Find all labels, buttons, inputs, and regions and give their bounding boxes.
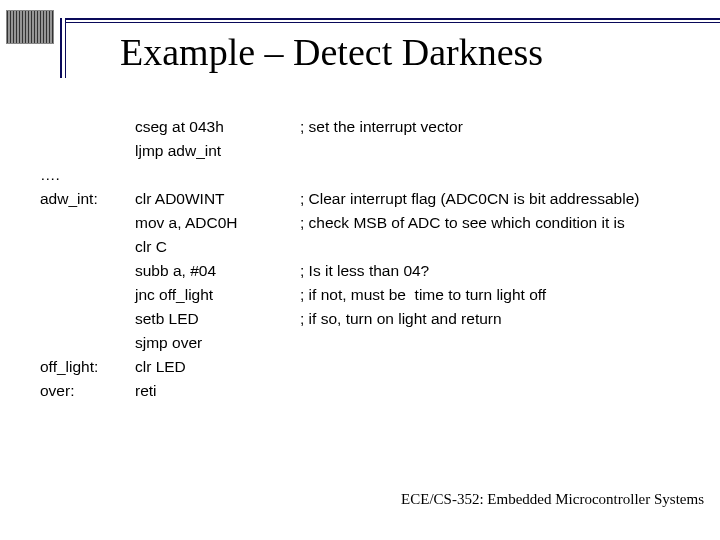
frame-line-top — [65, 18, 720, 20]
code-comment: ; set the interrupt vector — [300, 115, 463, 139]
slide-title: Example – Detect Darkness — [120, 30, 543, 74]
code-label — [40, 307, 135, 331]
code-instr: clr LED — [135, 355, 300, 379]
code-row: sjmp over — [40, 331, 639, 355]
code-label — [40, 139, 135, 163]
code-row: mov a, ADC0H; check MSB of ADC to see wh… — [40, 211, 639, 235]
code-instr: clr C — [135, 235, 300, 259]
code-instr: setb LED — [135, 307, 300, 331]
code-comment: ; check MSB of ADC to see which conditio… — [300, 211, 625, 235]
code-row: jnc off_light; if not, must be time to t… — [40, 283, 639, 307]
code-comment: ; if so, turn on light and return — [300, 307, 502, 331]
code-label: adw_int: — [40, 187, 135, 211]
code-row: clr C — [40, 235, 639, 259]
code-label — [40, 235, 135, 259]
code-comment: ; Is it less than 04? — [300, 259, 429, 283]
code-row: off_light:clr LED — [40, 355, 639, 379]
code-instr: sjmp over — [135, 331, 300, 355]
frame-line-top-thin — [65, 22, 720, 23]
frame-line-side — [60, 18, 62, 78]
code-row: over:reti — [40, 379, 639, 403]
slide-footer: ECE/CS-352: Embedded Microcontroller Sys… — [401, 491, 704, 508]
slide-logo — [6, 10, 54, 44]
code-instr: mov a, ADC0H — [135, 211, 300, 235]
code-instr: cseg at 043h — [135, 115, 300, 139]
code-label — [40, 283, 135, 307]
code-comment: ; if not, must be time to turn light off — [300, 283, 546, 307]
code-label: over: — [40, 379, 135, 403]
code-instr: ljmp adw_int — [135, 139, 300, 163]
code-instr: subb a, #04 — [135, 259, 300, 283]
code-label — [40, 331, 135, 355]
code-label: off_light: — [40, 355, 135, 379]
code-comment: ; Clear interrupt flag (ADC0CN is bit ad… — [300, 187, 639, 211]
code-label: …. — [40, 163, 135, 187]
code-row: adw_int:clr AD0WINT; Clear interrupt fla… — [40, 187, 639, 211]
code-label — [40, 211, 135, 235]
code-listing: cseg at 043h; set the interrupt vector l… — [40, 115, 639, 403]
code-row: cseg at 043h; set the interrupt vector — [40, 115, 639, 139]
code-instr: jnc off_light — [135, 283, 300, 307]
code-instr: reti — [135, 379, 300, 403]
frame-line-side-thin — [65, 18, 66, 78]
code-instr: clr AD0WINT — [135, 187, 300, 211]
code-row: …. — [40, 163, 639, 187]
code-row: setb LED; if so, turn on light and retur… — [40, 307, 639, 331]
code-label — [40, 259, 135, 283]
code-row: subb a, #04; Is it less than 04? — [40, 259, 639, 283]
code-row: ljmp adw_int — [40, 139, 639, 163]
code-instr — [135, 163, 300, 187]
code-label — [40, 115, 135, 139]
